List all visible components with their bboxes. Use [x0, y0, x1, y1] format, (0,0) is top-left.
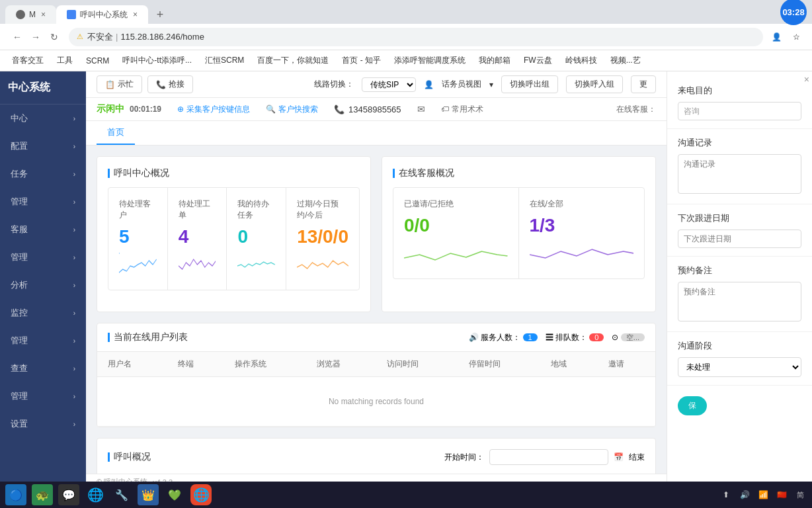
bookmark-yinke[interactable]: 音客交互 — [7, 54, 49, 67]
sidebar-item-manage1[interactable]: 管理 › — [0, 188, 86, 216]
grab-call-button[interactable]: 📞 抢接 — [147, 75, 193, 93]
show-busy-button[interactable]: 📋 示忙 — [97, 75, 142, 93]
bookmark-baidu[interactable]: 百度一下，你就知道 — [252, 54, 334, 67]
next-followup-label: 下次跟进日期 — [678, 212, 801, 224]
more-button[interactable]: 更 — [631, 75, 656, 93]
bookmark-tools[interactable]: 工具 — [52, 54, 78, 67]
taskbar-icon-5[interactable]: 🔧 — [111, 484, 132, 505]
taskbar-lang-icon[interactable]: 简 — [793, 488, 807, 501]
bookmark-tiantian[interactable]: 添添呼智能调度系统 — [389, 54, 471, 67]
call-purpose-input[interactable] — [678, 102, 801, 120]
phone-number: 📞 13458985565 — [334, 105, 401, 114]
sidebar-item-service[interactable]: 客服 › — [0, 216, 86, 243]
bookmark-baidu-label: 百度一下，你就知道 — [257, 55, 329, 66]
next-followup-input[interactable] — [678, 230, 801, 248]
bookmark-video[interactable]: 视频...艺 — [605, 54, 646, 67]
bookmark-lingqian[interactable]: 岭钱科技 — [560, 54, 602, 67]
invited-label: 已邀请/已拒绝 — [404, 198, 508, 210]
right-panel: × 来电目的 沟通记录 下次跟进日期 预约备注 沟通阶段 未处理 保 — [667, 71, 812, 489]
stat-pending-tickets: 待处理工单 4 — [168, 188, 227, 290]
new-tab-button[interactable]: + — [151, 5, 169, 24]
chevron-right-icon-6: › — [73, 254, 75, 261]
collect-label: 采集客户按键信息 — [186, 104, 250, 115]
sidebar-item-monitor[interactable]: 监控 › — [0, 299, 86, 327]
collect-action[interactable]: ⊕ 采集客户按键信息 — [177, 104, 250, 115]
tab-m-close[interactable]: × — [41, 10, 46, 19]
taskbar-icon-3[interactable]: 💬 — [58, 484, 79, 505]
bookmark-callcenter[interactable]: 呼叫中心-tt添添呼... — [117, 54, 197, 67]
call-overview-header: 呼叫概况 开始时间： 📅 结束 — [108, 449, 645, 465]
taskbar-flag-icon[interactable]: 🇨🇳 — [775, 488, 788, 501]
back-button[interactable]: ← — [8, 28, 26, 46]
taskbar-icon-chrome[interactable]: 🌐 — [85, 484, 106, 505]
taskbar-icon-7[interactable]: 💚 — [164, 484, 185, 505]
sidebar-item-analysis[interactable]: 分析 › — [0, 271, 86, 299]
taskbar-icon-8[interactable]: 🌐 — [190, 484, 212, 505]
common-terms[interactable]: 🏷 常用术术 — [441, 104, 483, 115]
common-terms-label: 常用术术 — [452, 104, 483, 115]
stat-pending-tasks: 我的待办任务 0 — [227, 188, 286, 290]
bookmark-yinke-label: 音客交互 — [12, 55, 44, 66]
sidebar-item-manage4[interactable]: 管理 › — [0, 382, 86, 410]
browser-tab-m[interactable]: M × — [5, 5, 56, 24]
bookmark-zhihu[interactable]: 首页 - 知乎 — [337, 54, 386, 67]
communication-record-section: 沟通记录 — [667, 129, 812, 204]
taskbar-icon-1[interactable]: 🔵 — [5, 484, 26, 505]
next-followup-section: 下次跟进日期 — [667, 204, 812, 257]
bookmark-huiheng[interactable]: 汇恒SCRM — [200, 54, 249, 67]
online-service-label: 在线客服： — [616, 105, 656, 114]
browser-tab-callcenter[interactable]: 呼叫中心系统 × — [56, 5, 148, 24]
sidebar-manage1-label: 管理 — [11, 196, 28, 208]
call-center-overview: 呼叫中心概况 待处理客户 5 — [97, 156, 371, 312]
tab-callcenter-close[interactable]: × — [133, 10, 138, 19]
online-users-table: 当前在线用户列表 🔊 服务人数： 1 ☰ 排队数： 0 ⊙ 空... — [97, 323, 656, 427]
table-badges: 🔊 服务人数： 1 ☰ 排队数： 0 ⊙ 空... — [469, 332, 645, 343]
user-icon[interactable]: 👤 — [768, 29, 784, 45]
call-overview: 呼叫概况 开始时间： 📅 结束 2 0 — [97, 438, 656, 474]
chevron-right-icon-3: › — [73, 171, 75, 178]
browser-nav-bar: ← → ↻ ⚠ 不安全 | 115.28.186.246/home 👤 ☆ — [0, 24, 812, 50]
bookmark-fw[interactable]: FW云盘 — [518, 54, 557, 67]
tab-home[interactable]: 首页 — [97, 121, 135, 145]
switch-callout-button[interactable]: 切换呼出组 — [501, 75, 558, 93]
invited-chart — [404, 241, 508, 268]
line-type-select[interactable]: 传统SIP — [362, 77, 416, 92]
switch-callin-button[interactable]: 切换呼入组 — [566, 75, 623, 93]
svg-point-0 — [119, 253, 120, 254]
col-invite: 邀请 — [598, 352, 655, 377]
forward-button[interactable]: → — [26, 28, 45, 46]
bookmark-scrm[interactable]: SCRM — [81, 55, 114, 67]
sidebar-item-manage3[interactable]: 管理 › — [0, 327, 86, 355]
pending-tickets-value: 4 — [179, 226, 216, 247]
close-panel-button[interactable]: × — [804, 74, 809, 85]
bookmark-mail[interactable]: 我的邮箱 — [473, 54, 516, 67]
taskbar-icon-6[interactable]: 👑 — [138, 484, 159, 505]
appointment-note-textarea[interactable] — [678, 282, 801, 321]
sidebar-item-center[interactable]: 中心 › — [0, 105, 86, 132]
save-section: 保 — [667, 386, 812, 421]
communication-stage-label: 沟通阶段 — [678, 340, 801, 352]
phone-text: 13458985565 — [348, 105, 401, 114]
taskbar-volume-icon[interactable]: 🔊 — [738, 488, 751, 501]
sidebar-center-label: 中心 — [11, 112, 28, 124]
sidebar-item-query[interactable]: 查查 › — [0, 355, 86, 382]
communication-stage-select[interactable]: 未处理 — [678, 357, 801, 377]
star-icon[interactable]: ☆ — [788, 29, 804, 45]
taskbar-network-icon[interactable]: 📶 — [756, 488, 770, 501]
mail-icon[interactable]: ✉ — [417, 104, 425, 114]
taskbar-upload-icon[interactable]: ⬆ — [719, 488, 733, 501]
sidebar-item-manage2[interactable]: 管理 › — [0, 243, 86, 271]
refresh-button[interactable]: ↻ — [45, 28, 63, 46]
sidebar-item-task[interactable]: 任务 › — [0, 160, 86, 188]
col-browser: 浏览器 — [306, 352, 376, 377]
search-label: 客户快搜索 — [278, 104, 318, 115]
search-action[interactable]: 🔍 客户快搜索 — [266, 104, 318, 115]
taskbar-icon-2[interactable]: 🐢 — [32, 484, 53, 505]
sidebar-item-settings[interactable]: 设置 › — [0, 410, 86, 438]
communication-record-textarea[interactable] — [678, 154, 801, 194]
sidebar-item-config[interactable]: 配置 › — [0, 132, 86, 160]
address-bar[interactable]: ⚠ 不安全 | 115.28.186.246/home — [69, 28, 763, 46]
online-users-data-table: 用户名 终端 操作系统 浏览器 访问时间 停留时间 地域 邀请 No match — [97, 352, 655, 427]
start-time-input[interactable] — [489, 449, 608, 465]
save-button[interactable]: 保 — [678, 396, 707, 415]
